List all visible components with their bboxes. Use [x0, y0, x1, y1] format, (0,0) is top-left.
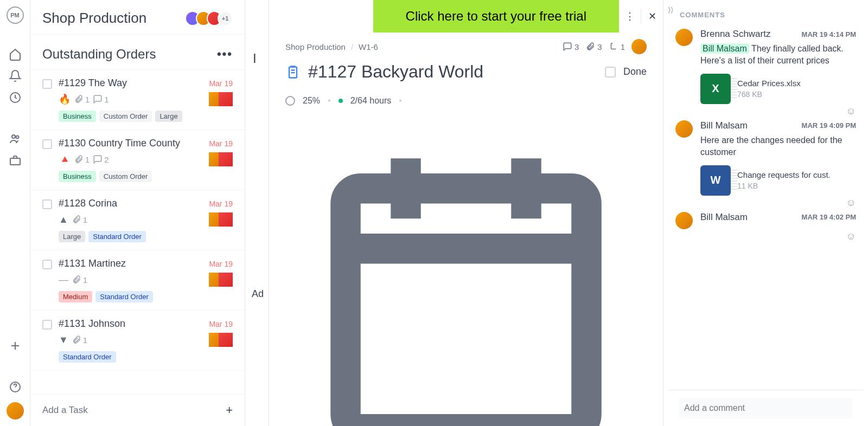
priority-icon: 🔺 — [59, 153, 71, 165]
more-icon[interactable]: ⋮ — [619, 10, 641, 22]
task-date: Mar 19 — [209, 139, 233, 148]
emoji-icon[interactable]: ☺ — [846, 231, 856, 242]
task-date: Mar 19 — [209, 79, 233, 88]
task-card[interactable]: #1128 CorinaMar 19 ▲ 1 LargeStandard Ord… — [30, 190, 245, 250]
tag[interactable]: Custom Order — [99, 111, 152, 122]
owner-avatar[interactable] — [631, 39, 647, 54]
column-title: Outstanding Orders — [42, 47, 217, 62]
task-title: #1131 Johnson — [59, 318, 209, 330]
tag[interactable]: Business — [59, 111, 96, 122]
comments-list: Brenna SchwartzMAR 19 4:14 PM Bill Malsa… — [663, 29, 868, 390]
attachment-icon: 1 — [72, 335, 87, 345]
attachment-icon: 1 — [72, 275, 87, 285]
comment-icon: 2 — [93, 154, 108, 164]
project-members[interactable]: +1 — [189, 11, 233, 26]
task-card[interactable]: #1131 MartinezMar 19 — 1 MediumStandard … — [30, 250, 245, 311]
task-date: Mar 19 — [209, 320, 233, 328]
status-dot-icon — [339, 99, 343, 103]
add-task-input[interactable]: Add a Task + — [30, 394, 245, 426]
task-assignees[interactable] — [213, 333, 233, 347]
app-logo[interactable]: PM — [7, 7, 24, 24]
file-name: Change requests for cust. — [737, 170, 856, 179]
svg-point-2 — [16, 136, 18, 139]
bell-icon[interactable] — [9, 69, 22, 82]
task-assignees[interactable] — [213, 212, 233, 227]
file-icon: X — [700, 74, 731, 104]
priority-icon: ▲ — [59, 214, 68, 225]
progress-circle-icon[interactable] — [285, 96, 295, 106]
priority-icon: — — [59, 274, 68, 286]
mention[interactable]: Bill Malsam — [700, 43, 749, 54]
file-name: Cedar Prices.xlsx — [737, 79, 856, 88]
comment-input-wrapper — [668, 390, 864, 426]
task-assignees[interactable] — [213, 273, 233, 287]
comment-icon: 1 — [93, 94, 108, 104]
emoji-icon[interactable]: ☺ — [846, 197, 856, 209]
comment-author: Brenna Schwartz — [700, 29, 802, 40]
attachment[interactable]: WChange requests for cust.11 KB — [700, 165, 856, 196]
svg-rect-3 — [10, 158, 20, 165]
task-title: #1130 Country Time County — [59, 138, 209, 149]
task-checkbox[interactable] — [42, 199, 52, 209]
svg-point-1 — [12, 135, 15, 138]
task-column: Shop Production +1 Outstanding Orders ••… — [30, 0, 245, 426]
task-checkbox[interactable] — [42, 79, 52, 89]
task-checkbox[interactable] — [42, 139, 52, 149]
add-icon[interactable] — [9, 339, 22, 352]
comment-count[interactable]: 3 — [563, 42, 579, 51]
task-card[interactable]: #1130 Country Time CountyMar 19 🔺 1 2 Bu… — [30, 130, 245, 190]
trial-banner-text[interactable]: Click here to start your free trial — [373, 0, 619, 33]
comment-author: Bill Malsam — [700, 120, 802, 131]
task-card[interactable]: #1129 The WayMar 19 🔥 1 1 BusinessCustom… — [30, 70, 245, 130]
tag[interactable]: Large — [59, 231, 85, 242]
plus-icon[interactable]: + — [226, 403, 233, 417]
comment-time: MAR 19 4:14 PM — [802, 30, 856, 38]
tag[interactable]: Large — [155, 111, 182, 122]
project-title: Shop Production — [42, 10, 183, 27]
comment-avatar[interactable] — [675, 120, 693, 138]
comment-input[interactable] — [679, 398, 853, 418]
done-checkbox[interactable] — [605, 67, 616, 78]
subtask-count[interactable]: 1 — [609, 42, 625, 51]
tag[interactable]: Business — [59, 171, 96, 182]
task-assignees[interactable] — [213, 92, 233, 106]
file-size: 11 KB — [737, 182, 856, 190]
emoji-icon[interactable]: ☺ — [846, 106, 856, 117]
tag[interactable]: Standard Order — [59, 351, 116, 363]
attachment-count[interactable]: 3 — [585, 42, 602, 51]
task-card[interactable]: #1131 JohnsonMar 19 ▼ 1 Standard Order — [30, 311, 245, 371]
tag[interactable]: Medium — [59, 291, 92, 302]
attachment-icon: 1 — [72, 215, 87, 224]
users-icon[interactable] — [9, 132, 22, 145]
briefcase-icon[interactable] — [9, 154, 22, 167]
home-icon[interactable] — [9, 48, 22, 61]
tag[interactable]: Standard Order — [88, 231, 146, 242]
comment-time: MAR 19 4:09 PM — [802, 121, 856, 130]
task-title: #1131 Martinez — [59, 258, 209, 269]
clock-icon[interactable] — [9, 91, 22, 104]
task-checkbox[interactable] — [42, 320, 52, 330]
help-icon[interactable] — [9, 380, 22, 393]
task-detail-panel: Click here to start your free trial ⋮ ✕ … — [269, 0, 663, 426]
task-date: Mar 19 — [209, 260, 233, 268]
tag[interactable]: Custom Order — [99, 171, 152, 182]
clipboard-icon — [285, 64, 301, 80]
attachment[interactable]: XCedar Prices.xlsx768 KB — [700, 74, 856, 104]
comment-avatar[interactable] — [675, 29, 693, 46]
task-assignees[interactable] — [213, 152, 233, 166]
comment: Bill MalsamMAR 19 4:09 PM Here are the c… — [663, 120, 868, 212]
file-icon: W — [700, 165, 731, 196]
user-avatar[interactable] — [7, 402, 24, 419]
column-menu-icon[interactable]: ••• — [217, 47, 233, 61]
comment-avatar[interactable] — [675, 212, 693, 229]
tag[interactable]: Standard Order — [95, 291, 153, 302]
task-title[interactable]: #1127 Backyard World — [308, 62, 597, 82]
comment-text: Bill Malsam They finally called back. He… — [700, 43, 856, 67]
comment: Bill MalsamMAR 19 4:02 PM ☺ — [663, 212, 868, 246]
collapse-icon[interactable]: ⟩⟩ — [668, 5, 673, 14]
task-title: #1129 The Way — [59, 78, 209, 89]
close-icon[interactable]: ✕ — [641, 10, 663, 22]
done-label: Done — [623, 66, 647, 78]
comments-panel: ⟩⟩ COMMENTS Brenna SchwartzMAR 19 4:14 P… — [663, 0, 868, 426]
task-checkbox[interactable] — [42, 260, 52, 269]
